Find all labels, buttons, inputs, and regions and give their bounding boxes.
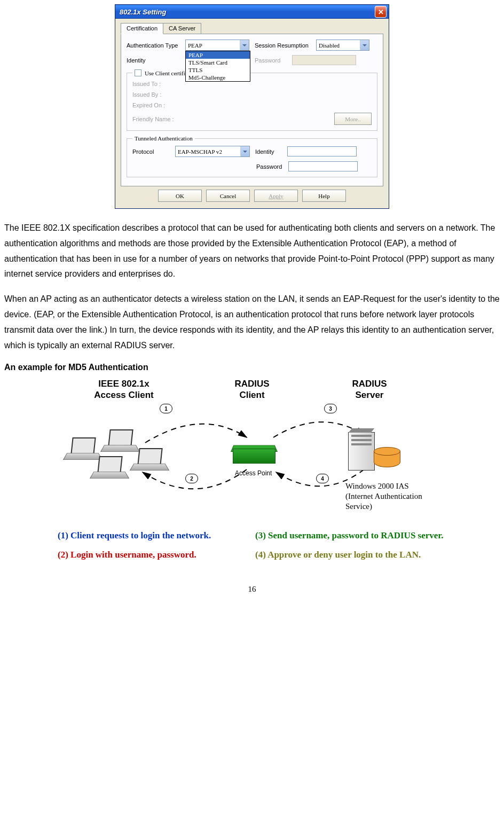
server-note: Windows 2000 IAS (Internet Authenticatio…: [345, 481, 422, 511]
tunnel-password-input[interactable]: [288, 161, 358, 171]
expired-on-label: Expired On :: [132, 102, 191, 108]
password-input: [292, 55, 356, 65]
tab-certification[interactable]: Certification: [121, 23, 163, 34]
chevron-down-icon: [240, 146, 249, 156]
tunnel-legend: Tunneled Authentication: [132, 135, 195, 142]
issued-by-label: Issued By :: [132, 91, 191, 98]
settings-dialog: 802.1x Setting ✕ Certification CA Server…: [115, 4, 389, 209]
ok-button[interactable]: OK: [158, 190, 202, 202]
access-point-label: Access Point: [235, 469, 272, 477]
server-icon: [348, 432, 375, 471]
step-2: (2) Login with username, password.: [58, 550, 249, 560]
auth-option-peap[interactable]: PEAP: [186, 51, 250, 59]
page-number: 16: [4, 585, 500, 594]
session-value: Disabled: [319, 42, 340, 49]
auth-type-dropdown[interactable]: PEAP TLS/Smart Card TTLS Md5-Challenge: [185, 51, 250, 82]
step-3: (3) Send username, password to RADIUS se…: [255, 530, 446, 541]
session-label: Session Resumption: [255, 42, 316, 49]
chevron-down-icon: [240, 40, 249, 50]
step-4: (4) Approve or deny user login to the LA…: [255, 550, 446, 560]
auth-option-md5[interactable]: Md5-Challenge: [186, 74, 250, 81]
protocol-select[interactable]: EAP-MSCHAP v2: [175, 146, 250, 157]
client-cert-group: Use Client certificate Issued To : Issue…: [127, 69, 377, 131]
tunnel-identity-input[interactable]: [287, 146, 357, 156]
session-select[interactable]: Disabled: [316, 40, 369, 51]
identity-label: Identity: [127, 57, 185, 64]
md5-auth-diagram: IEEE 802.1x Access Client RADIUS Client …: [49, 379, 455, 528]
laptop-icon: [132, 448, 166, 473]
chevron-down-icon: [360, 40, 369, 50]
use-client-cert-checkbox[interactable]: [135, 69, 141, 76]
issued-to-label: Issued To :: [132, 81, 191, 87]
database-icon: [374, 447, 399, 469]
tunnel-auth-group: Tunneled Authentication Protocol EAP-MSC…: [127, 135, 377, 177]
step-badge-4: 4: [316, 474, 329, 483]
protocol-label: Protocol: [132, 148, 175, 155]
tunnel-password-label: Password: [256, 163, 288, 170]
laptop-icon: [92, 456, 126, 481]
close-icon[interactable]: ✕: [375, 6, 387, 18]
apply-button: Apply: [254, 190, 298, 202]
protocol-value: EAP-MSCHAP v2: [178, 148, 222, 155]
step-badge-3: 3: [324, 404, 337, 413]
friendly-name-label: Friendly Name :: [132, 116, 191, 122]
dialog-titlebar[interactable]: 802.1x Setting ✕: [115, 5, 389, 19]
auth-option-ttls[interactable]: TTLS: [186, 66, 250, 74]
tab-ca-server[interactable]: CA Server: [163, 23, 201, 34]
auth-type-select[interactable]: PEAP PEAP TLS/Smart Card TTLS Md5-Challe…: [185, 40, 249, 51]
step-badge-2: 2: [185, 474, 198, 483]
paragraph-1: The IEEE 802.1X specification describes …: [4, 221, 500, 282]
dialog-title: 802.1x Setting: [120, 8, 166, 16]
auth-type-value: PEAP: [188, 42, 202, 49]
section-heading: An example for MD5 Authentication: [4, 363, 500, 372]
help-button[interactable]: Help: [302, 190, 346, 202]
paragraph-2: When an AP acting as an authenticator de…: [4, 292, 500, 353]
auth-type-label: Authentication Type: [127, 42, 185, 49]
tunnel-identity-label: Identity: [255, 148, 287, 155]
steps-list: (1) Client requests to login the network…: [54, 530, 450, 569]
cancel-button[interactable]: Cancel: [206, 190, 250, 202]
step-1: (1) Client requests to login the network…: [58, 530, 249, 541]
more-button: More..: [334, 113, 372, 125]
step-badge-1: 1: [160, 404, 172, 413]
access-point-icon: [231, 440, 277, 467]
tab-strip: Certification CA Server: [121, 22, 383, 34]
password-label: Password: [255, 57, 292, 64]
auth-option-tls[interactable]: TLS/Smart Card: [186, 59, 250, 66]
